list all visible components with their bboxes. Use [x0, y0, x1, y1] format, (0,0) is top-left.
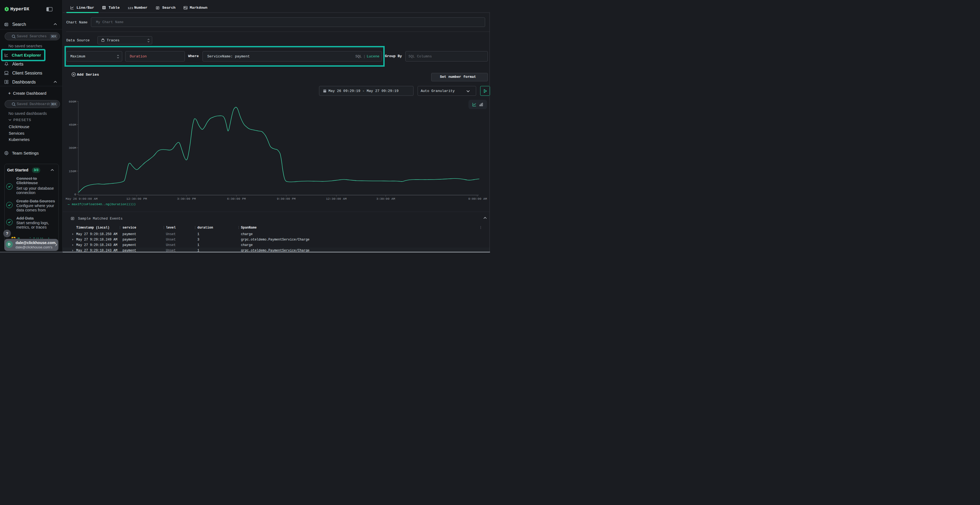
- svg-text:3:30:00 AM: 3:30:00 AM: [376, 197, 395, 200]
- svg-text:—: —: [67, 202, 70, 206]
- svg-text:9:00:00 AM: 9:00:00 AM: [468, 197, 487, 200]
- svg-text:150M: 150M: [68, 170, 76, 173]
- svg-text:600M: 600M: [68, 100, 76, 103]
- svg-text:maxIf(toFloat64O..ng(Duration): maxIf(toFloat64O..ng(Duration))))): [72, 202, 136, 206]
- svg-text:12:30:00 PM: 12:30:00 PM: [126, 197, 147, 200]
- svg-text:9:30:00 PM: 9:30:00 PM: [277, 197, 296, 200]
- svg-text:3:30:00 PM: 3:30:00 PM: [177, 197, 196, 200]
- svg-text:300M: 300M: [68, 146, 76, 150]
- svg-text:12:30:00 AM: 12:30:00 AM: [326, 197, 347, 200]
- svg-text:May 26 9:00:00 AM: May 26 9:00:00 AM: [65, 197, 97, 200]
- svg-text:6:30:00 PM: 6:30:00 PM: [227, 197, 246, 200]
- svg-text:450M: 450M: [68, 123, 76, 127]
- svg-text:0: 0: [74, 193, 76, 196]
